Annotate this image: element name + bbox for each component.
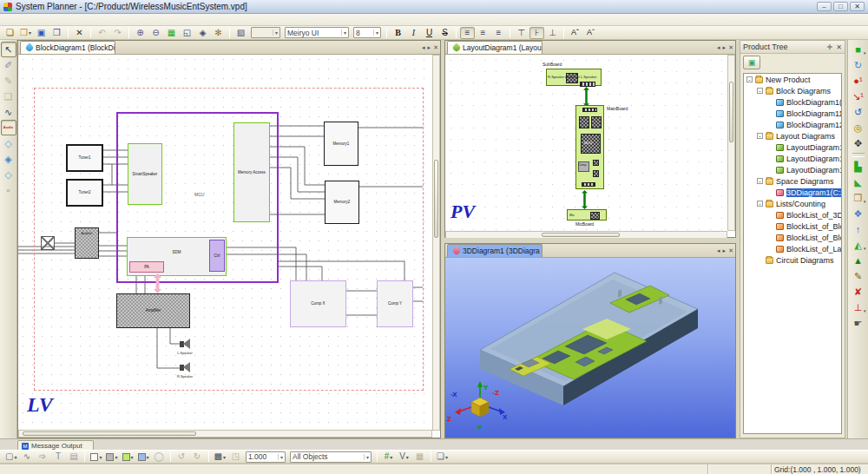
pen-tool-button[interactable]: ✎ — [1, 73, 16, 89]
rotate-view-button[interactable]: ↻ — [851, 57, 866, 73]
valign-bottom-button[interactable]: ⊥ — [545, 27, 560, 39]
view-mode-button[interactable]: V▾ — [397, 451, 411, 463]
rotate-right-button[interactable]: ↻ — [190, 451, 205, 463]
expander-icon[interactable]: - — [757, 178, 763, 184]
font-name-combo[interactable]: Meiryo UI▾ — [285, 27, 349, 38]
sub-main-connection[interactable] — [583, 87, 589, 107]
style-combo[interactable]: ▾ — [251, 27, 280, 38]
tree-item[interactable]: LayoutDiagram11(C:/Progr — [744, 153, 841, 164]
title-bar[interactable]: System Planner - [C:/Product/WirelessMus… — [0, 0, 868, 14]
axis-delete-button[interactable]: ✘ — [851, 284, 866, 300]
open-button[interactable]: ❐▾ — [18, 27, 33, 39]
polygon-tool-button[interactable]: ◇ — [1, 135, 16, 151]
bold-button[interactable]: B — [391, 27, 405, 39]
memory1-block[interactable]: Memory1 — [324, 122, 358, 166]
tree-item[interactable]: 3DDiagram1(C:/ProgramDa — [744, 187, 841, 198]
italic-button[interactable]: I — [406, 27, 421, 39]
zoom-3d-button[interactable]: ◎ — [851, 120, 866, 135]
new-button[interactable]: ❏ — [3, 27, 17, 39]
tab-next-icon[interactable]: ▸ — [723, 43, 727, 52]
tab-next-icon[interactable]: ▸ — [723, 247, 727, 255]
tree-item[interactable]: BlockDiagram11(C:/Progra — [744, 108, 841, 119]
wedge-button[interactable]: ◭ ▾ — [851, 237, 866, 253]
shape-tool-button[interactable]: ❏ — [1, 89, 16, 104]
valign-top-button[interactable]: ⊤ — [514, 27, 529, 39]
text-button[interactable]: T — [50, 451, 65, 463]
redo-button[interactable]: ↷ — [110, 27, 125, 39]
3d-viewport[interactable]: -X Y -Z X Z -Y — [445, 258, 735, 438]
tree-item[interactable]: BlockList_of_LayoutDiagram — [744, 243, 841, 254]
group-boxes-button[interactable]: ❖ — [851, 206, 866, 221]
pick-button[interactable]: ☛ — [851, 315, 866, 331]
axis-move-button[interactable]: ⊥ ▾ — [851, 300, 866, 315]
close-button[interactable]: ✕ — [850, 2, 865, 11]
font-increase-button[interactable]: Aˆ — [568, 27, 582, 39]
polygon-create-button[interactable]: ▙ — [851, 159, 866, 174]
layers-button[interactable]: ❏▾ — [435, 451, 450, 463]
audio-tool-button[interactable]: Audio — [1, 120, 16, 135]
align-left-button[interactable]: ≡ — [460, 27, 475, 39]
scale-combo[interactable]: 1.000▾ — [246, 451, 286, 463]
polygon-select-tool-button[interactable]: ◈ — [1, 151, 16, 167]
fill-gray-swatch[interactable]: ▾ — [104, 451, 119, 463]
marquee-tool-button[interactable]: ▫ — [1, 182, 16, 198]
tab-close-icon[interactable]: ✕ — [728, 247, 733, 255]
tree-item[interactable]: BlockList_of_BlockDiagram1 — [744, 221, 841, 232]
audio-in-block[interactable]: AudioIn — [75, 227, 99, 259]
extract-button[interactable]: ◳ — [228, 451, 243, 463]
capture-image-button[interactable]: ▧ — [233, 27, 248, 39]
pa-block[interactable]: PA — [129, 261, 164, 273]
layout-vertical-scrollbar[interactable] — [727, 55, 735, 231]
font-decrease-button[interactable]: Aˇ — [583, 27, 598, 39]
region-tool-button[interactable]: ◇ — [1, 167, 16, 182]
measure-button[interactable]: ✎ — [851, 268, 866, 284]
memory-access-block[interactable]: Memory Access — [233, 122, 270, 222]
zoom-out-button[interactable]: ⊖ — [148, 27, 163, 39]
align-right-button[interactable]: ≡ — [491, 27, 506, 39]
image-button[interactable]: ▤ — [66, 451, 81, 463]
block-vertical-scrollbar[interactable] — [432, 55, 440, 431]
tree-item[interactable]: BlockDiagram1(C:/Program — [744, 96, 841, 108]
align-center-button[interactable]: ≡ — [476, 27, 490, 39]
save-button[interactable]: ▣ — [34, 27, 49, 39]
amplifier-block[interactable]: Amplifier — [116, 293, 190, 328]
tab-prev-icon[interactable]: ◂ — [717, 247, 720, 255]
close-panel-icon[interactable]: ✕ — [836, 43, 842, 51]
valign-middle-button[interactable]: ⊦ — [529, 27, 544, 39]
fill-blue-swatch[interactable]: ▾ — [136, 451, 151, 463]
zoom-window-button[interactable]: ◱ — [180, 27, 194, 39]
tuner1-block[interactable]: Tuner1 — [66, 144, 103, 172]
tree-item[interactable]: LayoutDiagram1(C:/Progra — [744, 142, 841, 153]
zoom-fit-button[interactable]: ◈ — [195, 27, 210, 39]
rotate-left-button[interactable]: ↺ — [174, 451, 189, 463]
subboard[interactable]: R-Speaker AudioOut L-Speaker — [546, 69, 602, 86]
tab-close-icon[interactable]: ✕ — [728, 43, 733, 52]
tree-item[interactable]: - Space Diagrams — [744, 175, 841, 187]
micboard[interactable]: Mic — [567, 209, 607, 221]
block-diagram-canvas[interactable]: SmartSpeaker Memory Access MCU Tuner1 Tu… — [18, 55, 432, 431]
tree-item[interactable]: - Block Diagrams — [744, 85, 841, 96]
layout-diagram-canvas[interactable]: SubBoard R-Speaker AudioOut L-Speaker MC… — [445, 55, 727, 231]
mainboard[interactable]: MCU Comp — [575, 105, 604, 189]
table-button[interactable]: ▦ — [412, 451, 427, 463]
strikethrough-button[interactable]: S — [437, 27, 452, 39]
undo-button[interactable]: ↶ — [95, 27, 109, 39]
direct-select-tool-button[interactable]: ✐ — [1, 57, 16, 73]
comp-x-block[interactable]: Comp X — [290, 280, 346, 327]
tree-item[interactable]: LayoutDiagram12(C:/Progr — [744, 164, 841, 175]
expander-icon[interactable]: - — [757, 201, 763, 207]
tree-item[interactable]: - New Product — [744, 74, 841, 85]
connector-tool-button[interactable]: ∿ — [1, 104, 16, 120]
right-speaker-symbol[interactable] — [180, 365, 184, 371]
shape-button[interactable]: ▢▾ — [3, 451, 18, 463]
tree-item[interactable]: - Layout Diagrams — [744, 130, 841, 142]
underline-button[interactable]: U — [422, 27, 437, 39]
rotate-object-button[interactable]: ↺ — [851, 104, 866, 120]
tab-prev-icon[interactable]: ◂ — [717, 43, 720, 52]
arrow-id-button[interactable]: ↘¹ — [851, 89, 866, 104]
arrow-button[interactable]: ➩ — [35, 451, 49, 463]
point-id-button[interactable]: ●¹ — [851, 73, 866, 89]
select-region-button[interactable]: ▩▾ — [213, 451, 227, 463]
tab-prev-icon[interactable]: ◂ — [422, 43, 425, 52]
minimize-button[interactable]: – — [817, 2, 832, 11]
